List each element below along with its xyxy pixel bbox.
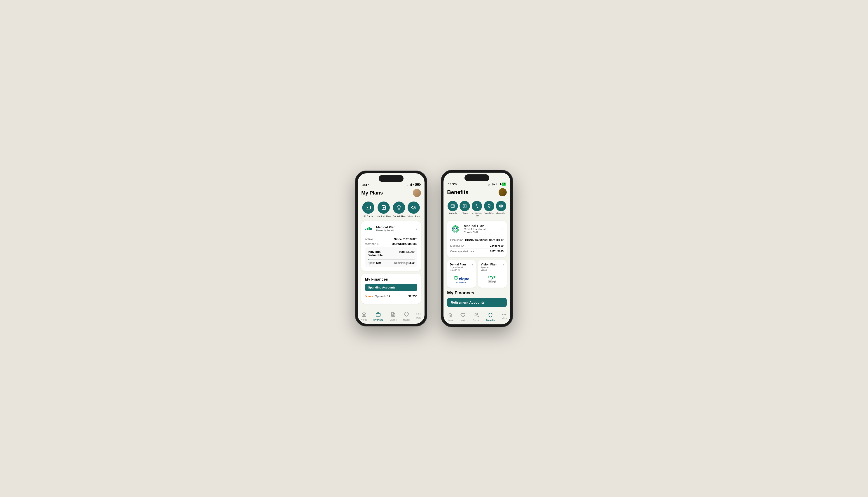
home-label-2: Home bbox=[447, 319, 453, 322]
nav-home-1[interactable]: Home bbox=[361, 312, 367, 321]
svg-rect-11 bbox=[451, 205, 454, 208]
coverage-start-val: 01/01/2025 bbox=[490, 250, 504, 253]
nav-more-1[interactable]: ••• More bbox=[416, 312, 421, 321]
social-label-2: Social bbox=[473, 319, 479, 322]
dental-plan-title: Dental Plan bbox=[450, 263, 466, 266]
svg-point-7 bbox=[413, 207, 414, 208]
svg-rect-1 bbox=[367, 207, 368, 208]
nav-social-2[interactable]: Social bbox=[473, 313, 479, 322]
member-id-label: Member ID bbox=[365, 242, 379, 245]
plan-card-header: Medical Plan Personify Health › bbox=[365, 225, 417, 232]
phones-container: 1:47 ≈ My Plans bbox=[355, 170, 513, 327]
eyemed-logo: eye Med bbox=[488, 274, 496, 284]
retirement-accounts-tab[interactable]: Retirement Accounts bbox=[447, 298, 507, 307]
personify-logo-icon bbox=[365, 225, 374, 232]
plan-name-row: Plan name CIGNA Traditional Core HDHP bbox=[450, 237, 504, 243]
avatar-image-2 bbox=[498, 188, 507, 196]
action2-id-cards[interactable]: ID Cards bbox=[447, 201, 458, 217]
health-icon-1 bbox=[404, 312, 409, 318]
nav-benefits-2[interactable]: Benefits bbox=[486, 313, 495, 322]
plan-logo-area: Medical Plan Personify Health bbox=[365, 225, 395, 232]
cigna-text-blue: cigna bbox=[459, 277, 469, 282]
screen-content-2[interactable]: Benefits bbox=[444, 186, 510, 311]
action2-medical-plan[interactable]: My Medical Plan bbox=[471, 201, 482, 217]
benefits-finances-title: My Finances bbox=[447, 290, 507, 296]
nav-health-1[interactable]: Health bbox=[403, 312, 410, 321]
social-icon-2 bbox=[474, 313, 479, 319]
optum-logo: Optum bbox=[365, 295, 373, 298]
plan-chevron: › bbox=[416, 227, 417, 231]
cigna-full-logo: cigna healthcare bbox=[453, 275, 469, 283]
optum-hsa-row[interactable]: Optum Optum HSA $2,250 bbox=[365, 293, 417, 300]
personify-dots bbox=[365, 227, 372, 230]
action2-claims-label: Claims bbox=[462, 212, 468, 215]
med-text: Med bbox=[488, 280, 496, 284]
vision-plan-label: Vision Plan bbox=[408, 215, 420, 218]
page-header-1: My Plans bbox=[361, 187, 421, 200]
dental-plan-header: Dental Plan Cigna DentalCore PPO › bbox=[450, 263, 473, 271]
plan-details-table: Plan name CIGNA Traditional Core HDHP Me… bbox=[450, 237, 504, 254]
user-avatar-1[interactable] bbox=[413, 189, 421, 197]
status-icons-1: ≈ bbox=[408, 183, 420, 186]
signal-bar-2 bbox=[409, 185, 409, 186]
benefits-icon-2 bbox=[488, 313, 493, 319]
status-icons-2: ≈ 10 bbox=[488, 183, 506, 186]
bottom-nav-1: Home My Plans Claims bbox=[358, 310, 424, 324]
benefits-medical-header: igno Medical Plan CIGNA TraditionalCore … bbox=[450, 224, 504, 234]
medical-plan-icon bbox=[378, 201, 390, 214]
coverage-start-label: Coverage start date bbox=[450, 250, 474, 253]
action2-dental-label: Dental Plan bbox=[484, 212, 494, 215]
action2-id-cards-label: ID Cards bbox=[449, 212, 457, 215]
plan-text-info: Medical Plan Personify Health bbox=[376, 225, 395, 232]
dynamic-island-2 bbox=[464, 174, 489, 181]
vision-plan-card[interactable]: Vision Plan EyeMedVision › eye Med bbox=[478, 260, 507, 287]
nav-home-2[interactable]: Home bbox=[447, 313, 453, 322]
svg-point-33 bbox=[454, 276, 455, 278]
status-value: Since 01/01/2025 bbox=[394, 238, 417, 241]
nav-health-2[interactable]: Health bbox=[460, 313, 466, 322]
svg-rect-8 bbox=[376, 313, 380, 316]
my-finances-card[interactable]: My Finances › Spending Accounts Optum Op… bbox=[361, 273, 421, 303]
action2-vision[interactable]: Vision Plan bbox=[495, 201, 507, 217]
action2-dental[interactable]: Dental Plan bbox=[483, 201, 495, 217]
action2-vision-icon bbox=[496, 201, 506, 211]
user-avatar-2[interactable] bbox=[498, 188, 507, 196]
action-id-cards[interactable]: ID Cards bbox=[362, 201, 374, 218]
avatar-image-1 bbox=[413, 189, 421, 197]
dental-plan-card[interactable]: Dental Plan Cigna DentalCore PPO › bbox=[447, 260, 476, 287]
nav-more-2[interactable]: ••• More bbox=[502, 313, 507, 322]
signal-bar-4 bbox=[411, 183, 411, 186]
health-label-1: Health bbox=[403, 318, 410, 321]
medical-plan-card[interactable]: Medical Plan Personify Health › Active S… bbox=[361, 222, 421, 271]
id-cards-icon bbox=[362, 201, 374, 214]
deductible-total: Total: $3,000 bbox=[397, 250, 415, 257]
action2-medical-icon bbox=[472, 201, 482, 211]
action2-medical-label: My Medical Plan bbox=[472, 212, 482, 217]
action-dental-plan[interactable]: Dental Plan bbox=[393, 201, 406, 218]
phone-1-screen: 1:47 ≈ My Plans bbox=[358, 173, 424, 324]
nav-claims-1[interactable]: Claims bbox=[390, 312, 397, 321]
wifi-icon-2: ≈ bbox=[493, 183, 495, 186]
more-icon-2: ••• bbox=[502, 313, 507, 317]
plan-provider: Personify Health bbox=[376, 229, 395, 232]
dental-logo-area: cigna healthcare bbox=[450, 273, 473, 285]
member-id-row: Member ID D4ZWRIHG008183 bbox=[365, 242, 417, 245]
status-time-1: 1:47 bbox=[362, 183, 369, 187]
dental-plan-text: Dental Plan Cigna DentalCore PPO bbox=[450, 263, 466, 271]
nav-my-plans[interactable]: My Plans bbox=[374, 312, 383, 321]
action-medical-plan[interactable]: Medical Plan bbox=[376, 201, 391, 218]
optum-row-left: Optum Optum HSA bbox=[365, 295, 390, 298]
action2-claims[interactable]: Claims bbox=[459, 201, 471, 217]
action2-dental-icon bbox=[484, 201, 494, 211]
quick-actions-1: ID Cards Medical Plan bbox=[361, 200, 421, 222]
deductible-progress-track bbox=[367, 259, 415, 260]
benefits-medical-card[interactable]: igno Medical Plan CIGNA TraditionalCore … bbox=[447, 221, 507, 257]
benefits-label-2: Benefits bbox=[486, 319, 495, 322]
action-vision-plan[interactable]: Vision Plan bbox=[408, 201, 420, 218]
spending-accounts-tab[interactable]: Spending Accounts bbox=[365, 284, 417, 291]
plan-name: Medical Plan bbox=[376, 225, 395, 229]
status-label: Active bbox=[365, 238, 373, 241]
dental-plan-sub: Cigna DentalCore PPO bbox=[450, 266, 466, 271]
screen-content-1[interactable]: My Plans bbox=[358, 187, 424, 310]
svg-rect-12 bbox=[451, 205, 452, 206]
